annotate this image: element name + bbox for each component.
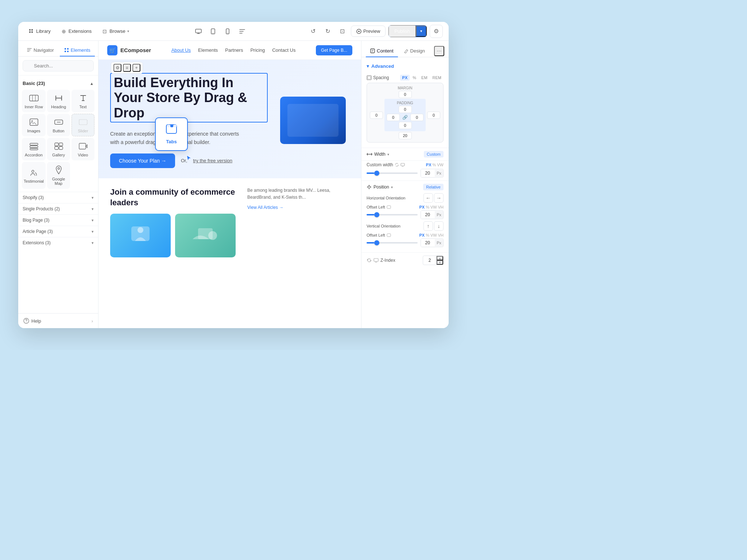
more-options-button[interactable]: ··· (434, 46, 444, 56)
margin-left-input[interactable] (370, 112, 383, 119)
design-tab[interactable]: Design (399, 45, 429, 57)
offset-left-slider-track[interactable] (367, 214, 418, 215)
offset-left-slider-thumb[interactable] (374, 212, 379, 217)
site-cta-button[interactable]: Get Page B... (316, 45, 352, 55)
blog-page-section-header[interactable]: Blog Page (3) ▾ (18, 214, 98, 226)
margin-right-input[interactable] (427, 112, 440, 119)
mobile-view-button[interactable] (222, 26, 233, 37)
offset-top-px-unit[interactable]: PX (419, 233, 425, 237)
nav-elements[interactable]: Elements (198, 47, 218, 53)
zindex-down-button[interactable]: ▼ (437, 260, 443, 265)
zindex-value[interactable]: 2 (423, 256, 436, 264)
element-video[interactable]: Video (71, 138, 94, 160)
single-products-section-header[interactable]: Single Products (2) ▾ (18, 203, 98, 214)
svg-rect-43 (371, 49, 375, 53)
right-panel-tabs: Content Design ··· (361, 41, 449, 57)
custom-width-vw-unit[interactable]: VW (437, 163, 444, 167)
video-label: Video (78, 153, 88, 157)
sel-plus-btn[interactable]: + (132, 64, 140, 72)
custom-width-value-input[interactable] (421, 169, 434, 177)
offset-px-unit[interactable]: PX (419, 205, 425, 209)
nav-about[interactable]: About Us (171, 47, 191, 53)
offset-top-vw-unit[interactable]: VW (430, 233, 437, 237)
offset-percent-unit[interactable]: % (426, 205, 429, 209)
navigator-tab[interactable]: Navigator (23, 44, 58, 57)
padding-right-input[interactable] (410, 114, 423, 121)
elements-tab[interactable]: Elements (60, 44, 95, 57)
unit-em-button[interactable]: EM (419, 75, 430, 81)
settings-button[interactable]: ⚙ (430, 25, 443, 38)
element-slider[interactable]: Slider (71, 114, 94, 136)
sel-list-btn[interactable]: ≡ (123, 64, 131, 72)
community-link[interactable]: View All Articles → (247, 205, 283, 210)
help-bar[interactable]: Help › (18, 313, 98, 328)
shopify-section-header[interactable]: Shopify (3) ▾ (18, 192, 98, 203)
custom-width-percent-unit[interactable]: % (432, 163, 436, 167)
element-gallery[interactable]: Gallery (47, 138, 70, 160)
element-inner-row[interactable]: Inner Row (22, 90, 46, 112)
custom-width-slider-thumb[interactable] (374, 171, 379, 176)
hero-cta-button[interactable]: Choose Your Plan → (110, 153, 175, 168)
padding-bottom-input[interactable] (399, 122, 412, 129)
zindex-up-button[interactable]: ▲ (437, 256, 443, 260)
orient-right-button[interactable]: → (434, 193, 444, 203)
unit-px-button[interactable]: PX (400, 75, 410, 81)
padding-top-input[interactable] (399, 106, 412, 113)
publish-dropdown-button[interactable]: ▾ (416, 26, 427, 37)
nav-pricing[interactable]: Pricing (250, 47, 265, 53)
preview-button[interactable]: Preview (351, 26, 386, 37)
element-text[interactable]: Text (71, 90, 94, 112)
tablet-view-button[interactable] (207, 26, 219, 37)
padding-left-input[interactable] (387, 114, 400, 121)
element-images[interactable]: Images (22, 114, 46, 136)
search-input[interactable] (23, 60, 94, 71)
custom-width-px-unit[interactable]: PX (426, 163, 431, 167)
unit-percent-button[interactable]: % (410, 75, 418, 81)
offset-vh-unit[interactable]: VH (438, 205, 444, 209)
publish-main-button[interactable]: Publish (388, 25, 416, 37)
orient-down-button[interactable]: ↓ (434, 221, 444, 231)
offset-top-value-input[interactable] (421, 239, 434, 247)
basic-section-header[interactable]: Basic (23) ▲ (18, 78, 98, 88)
svg-rect-36 (167, 125, 170, 127)
offset-top-slider-track[interactable] (367, 242, 418, 244)
element-heading[interactable]: Heading (47, 90, 70, 112)
width-value-badge[interactable]: Custom (424, 151, 444, 158)
element-testimonial[interactable]: Testimonial (22, 162, 46, 189)
advanced-section-header[interactable]: ▾ Advanced (361, 60, 449, 72)
offset-vw-unit[interactable]: VW (430, 205, 437, 209)
redo-button[interactable]: ↻ (322, 26, 333, 37)
offset-top-slider-thumb[interactable] (374, 240, 379, 245)
right-panel: Content Design ··· ▾ Advanced (361, 41, 449, 328)
element-button[interactable]: Button (47, 114, 70, 136)
orient-up-button[interactable]: ↑ (423, 221, 433, 231)
responsive-view-button[interactable] (236, 26, 248, 37)
orient-left-button[interactable]: ← (423, 193, 433, 203)
extensions-button[interactable]: ⊕ Extensions (57, 26, 96, 36)
custom-width-slider-track[interactable] (367, 172, 418, 174)
browse-button[interactable]: ⊡ Browse ▾ (97, 26, 133, 36)
library-button[interactable]: Library (24, 26, 55, 36)
content-tab[interactable]: Content (366, 45, 398, 57)
extensions-section-header[interactable]: Extensions (3) ▾ (18, 237, 98, 248)
article-page-section-header[interactable]: Article Page (3) ▾ (18, 226, 98, 237)
nav-contact[interactable]: Contact Us (272, 47, 295, 53)
offset-top-percent-unit[interactable]: % (426, 233, 429, 237)
offset-top-vh-unit[interactable]: VH (438, 233, 444, 237)
undo-button[interactable]: ↺ (307, 26, 319, 37)
svg-point-8 (227, 33, 228, 33)
margin-top-input[interactable] (399, 91, 412, 98)
hero-free-link[interactable]: try the free version (193, 158, 232, 163)
unit-rem-button[interactable]: REM (430, 75, 444, 81)
margin-label: MARGIN (370, 86, 440, 90)
desktop-view-button[interactable] (193, 26, 204, 37)
sel-settings-btn[interactable]: ⚙ (113, 64, 121, 72)
hero-selection-box[interactable]: ⚙ ≡ + Build Everything In Your Store By … (110, 73, 268, 122)
element-accordion[interactable]: Accordion (22, 138, 46, 160)
nav-partners[interactable]: Partners (225, 47, 243, 53)
position-value-badge[interactable]: Relative (423, 184, 444, 190)
offset-left-value-input[interactable] (421, 211, 434, 219)
element-google-map[interactable]: Google Map (47, 162, 70, 189)
margin-bottom-input[interactable] (399, 132, 412, 139)
fullscreen-button[interactable]: ⊡ (336, 26, 348, 37)
